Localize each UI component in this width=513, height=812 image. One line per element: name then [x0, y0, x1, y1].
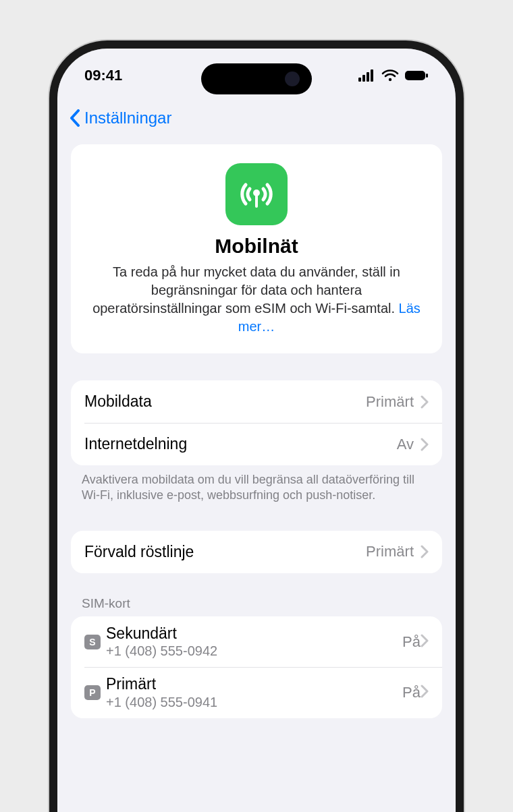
volume-down-button — [49, 329, 51, 394]
row-label: Mobildata — [84, 393, 366, 411]
sim-phone: +1 (408) 555-0942 — [106, 643, 402, 659]
mute-switch — [49, 197, 51, 231]
cellular-icon — [358, 69, 376, 82]
personal-hotspot-row[interactable]: Internetdelning Av — [71, 423, 442, 465]
data-settings-group: Mobildata Primärt Internetdelning Av — [71, 380, 442, 465]
svg-rect-8 — [255, 193, 258, 208]
chevron-right-icon — [421, 685, 429, 701]
svg-point-4 — [389, 78, 392, 81]
svg-rect-2 — [367, 72, 369, 82]
sim-row-secondary[interactable]: S Sekundärt +1 (408) 555-0942 På — [71, 616, 442, 668]
phone-frame: 09:41 Inställningar — [49, 40, 464, 812]
sim-text: Sekundärt +1 (408) 555-0942 — [106, 625, 402, 660]
page-description: Ta reda på hur mycket data du använder, … — [86, 263, 427, 336]
chevron-right-icon — [421, 545, 429, 558]
sim-text: Primärt +1 (408) 555-0941 — [106, 675, 402, 710]
back-label: Inställningar — [84, 109, 171, 127]
chevron-right-icon — [421, 438, 429, 451]
cellular-app-icon — [225, 163, 288, 225]
header-card: Mobilnät Ta reda på hur mycket data du a… — [71, 144, 442, 353]
sim-state: På — [402, 633, 421, 651]
volume-up-button — [49, 251, 51, 316]
back-button[interactable]: Inställningar — [57, 103, 456, 138]
row-label: Förvald röstlinje — [84, 543, 366, 561]
default-voice-line-row[interactable]: Förvald röstlinje Primärt — [71, 531, 442, 573]
sim-name: Primärt — [106, 675, 402, 694]
chevron-left-icon — [67, 108, 83, 128]
screen: 09:41 Inställningar — [57, 49, 456, 812]
sim-name: Sekundärt — [106, 625, 402, 643]
mobile-data-row[interactable]: Mobildata Primärt — [71, 380, 442, 423]
group-footer: Avaktivera mobildata om du vill begränsa… — [57, 465, 456, 504]
svg-rect-5 — [405, 71, 425, 80]
sim-row-primary[interactable]: P Primärt +1 (408) 555-0941 På — [71, 667, 442, 718]
voice-line-group: Förvald röstlinje Primärt — [71, 531, 442, 573]
status-time: 09:41 — [84, 67, 122, 84]
content[interactable]: Inställningar Mobilnät — [57, 103, 456, 812]
page-title: Mobilnät — [86, 235, 427, 258]
wifi-icon — [381, 69, 399, 82]
sim-phone: +1 (408) 555-0941 — [106, 694, 402, 710]
dynamic-island — [201, 63, 312, 94]
row-value: Av — [397, 436, 414, 453]
row-value: Primärt — [366, 393, 414, 411]
battery-icon — [404, 69, 429, 82]
row-label: Internetdelning — [84, 435, 397, 453]
sim-badge-icon: S — [84, 635, 101, 649]
sim-group: S Sekundärt +1 (408) 555-0942 På P Primä… — [71, 616, 442, 718]
sim-badge-icon: P — [84, 685, 101, 700]
sim-section-header: SIM-kort — [57, 573, 456, 616]
power-button — [462, 271, 464, 372]
chevron-right-icon — [421, 634, 429, 650]
status-indicators — [358, 69, 429, 82]
sim-state: På — [402, 684, 421, 701]
svg-rect-1 — [362, 75, 365, 82]
row-value: Primärt — [366, 543, 414, 560]
svg-rect-0 — [358, 78, 361, 82]
svg-rect-3 — [371, 69, 373, 82]
svg-rect-6 — [426, 74, 428, 78]
chevron-right-icon — [421, 395, 429, 409]
